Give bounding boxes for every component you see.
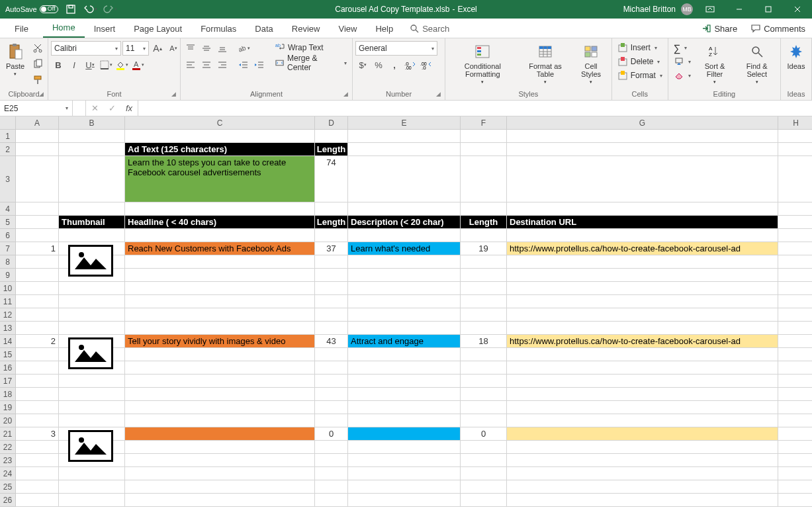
cell-H23[interactable] — [778, 454, 812, 467]
fill-color-icon[interactable]: ▾ — [114, 58, 129, 72]
maximize-icon[interactable] — [756, 0, 780, 19]
cell-G11[interactable] — [507, 295, 778, 308]
cell-F6[interactable] — [461, 229, 507, 242]
cell-G5[interactable]: Destination URL — [507, 216, 778, 229]
cell-B11[interactable] — [59, 295, 125, 308]
cell-A22[interactable] — [16, 441, 59, 454]
align-left-icon[interactable] — [183, 58, 198, 72]
cell-B19[interactable] — [59, 401, 125, 414]
cell-D4[interactable] — [315, 202, 348, 216]
cell-G14[interactable]: https://www.protellus.ca/how-to-create-f… — [507, 335, 778, 348]
cell-H8[interactable] — [778, 255, 812, 269]
row-header-18[interactable]: 18 — [0, 388, 16, 401]
ideas-button[interactable]: Ideas — [784, 41, 809, 71]
cell-D24[interactable] — [315, 467, 348, 480]
cell-A15[interactable] — [16, 348, 59, 361]
delete-cells-button[interactable]: Delete▾ — [615, 55, 665, 68]
cell-G2[interactable] — [507, 143, 778, 156]
cell-E26[interactable] — [348, 494, 461, 507]
cell-G18[interactable] — [507, 388, 778, 401]
cell-C16[interactable] — [125, 361, 315, 375]
cell-A2[interactable] — [16, 143, 59, 156]
row-header-25[interactable]: 25 — [0, 480, 16, 494]
col-header-B[interactable]: B — [59, 116, 125, 130]
cell-E1[interactable] — [348, 130, 461, 143]
cell-F9[interactable] — [461, 269, 507, 282]
cell-E14[interactable]: Attract and engage — [348, 335, 461, 348]
cell-A24[interactable] — [16, 467, 59, 480]
cell-C4[interactable] — [125, 202, 315, 216]
cell-G21[interactable] — [507, 427, 778, 441]
cell-C3[interactable]: Learn the 10 steps you can take to creat… — [125, 156, 315, 202]
cell-G13[interactable] — [507, 322, 778, 335]
row-header-20[interactable]: 20 — [0, 414, 16, 427]
cell-A16[interactable] — [16, 361, 59, 375]
cell-A20[interactable] — [16, 414, 59, 427]
col-header-D[interactable]: D — [315, 116, 348, 130]
percent-format-icon[interactable]: % — [371, 58, 386, 72]
cell-C17[interactable] — [125, 375, 315, 388]
paste-button[interactable]: Paste ▾ — [3, 41, 28, 78]
cell-H19[interactable] — [778, 401, 812, 414]
row-header-8[interactable]: 8 — [0, 255, 16, 269]
search-tab[interactable]: Search — [402, 19, 456, 38]
cell-H14[interactable] — [778, 335, 812, 348]
cell-D1[interactable] — [315, 130, 348, 143]
cell-C19[interactable] — [125, 401, 315, 414]
cell-E10[interactable] — [348, 282, 461, 295]
cell-F4[interactable] — [461, 202, 507, 216]
clear-button[interactable]: ▾ — [671, 69, 694, 82]
underline-icon[interactable]: U▾ — [83, 58, 97, 72]
accounting-format-icon[interactable]: $▾ — [355, 58, 370, 72]
cell-E7[interactable]: Learn what's needed — [348, 242, 461, 255]
cell-A18[interactable] — [16, 388, 59, 401]
autosave-toggle[interactable]: AutoSave Off — [5, 5, 58, 13]
cell-F18[interactable] — [461, 388, 507, 401]
cell-C13[interactable] — [125, 322, 315, 335]
align-middle-icon[interactable] — [199, 41, 214, 56]
cell-C2[interactable]: Ad Text (125 characters) — [125, 143, 315, 156]
cell-F25[interactable] — [461, 480, 507, 494]
cell-H12[interactable] — [778, 308, 812, 322]
row-header-17[interactable]: 17 — [0, 375, 16, 388]
cell-D5[interactable]: Length — [315, 216, 348, 229]
cell-D17[interactable] — [315, 375, 348, 388]
row-header-1[interactable]: 1 — [0, 130, 16, 143]
cell-F14[interactable]: 18 — [461, 335, 507, 348]
increase-indent-icon[interactable] — [252, 58, 267, 72]
fx-icon[interactable]: fx — [120, 101, 138, 116]
clipboard-launcher-icon[interactable]: ◢ — [39, 91, 44, 97]
cell-B18[interactable] — [59, 388, 125, 401]
merge-center-button[interactable]: Merge & Center▾ — [272, 56, 349, 69]
cell-E5[interactable]: Description (< 20 char) — [348, 216, 461, 229]
cell-D2[interactable]: Length — [315, 143, 348, 156]
cell-A21[interactable]: 3 — [16, 427, 59, 441]
cell-G12[interactable] — [507, 308, 778, 322]
tab-help[interactable]: Help — [366, 20, 402, 38]
cell-C20[interactable] — [125, 414, 315, 427]
cell-F13[interactable] — [461, 322, 507, 335]
cell-F8[interactable] — [461, 255, 507, 269]
cell-C11[interactable] — [125, 295, 315, 308]
cell-G15[interactable] — [507, 348, 778, 361]
row-header-23[interactable]: 23 — [0, 454, 16, 467]
cell-H26[interactable] — [778, 494, 812, 507]
decrease-decimal-icon[interactable]: .00.0 — [419, 58, 433, 72]
cell-E20[interactable] — [348, 414, 461, 427]
cell-F2[interactable] — [461, 143, 507, 156]
undo-icon[interactable]: ▾ — [83, 2, 98, 17]
cell-F22[interactable] — [461, 441, 507, 454]
increase-decimal-icon[interactable]: .0.00 — [403, 58, 418, 72]
cell-C6[interactable] — [125, 229, 315, 242]
avatar[interactable]: MB — [681, 3, 693, 15]
format-cells-button[interactable]: Format▾ — [615, 69, 665, 82]
cell-G10[interactable] — [507, 282, 778, 295]
cell-C14[interactable]: Tell your story vividly with images & vi… — [125, 335, 315, 348]
cell-H7[interactable] — [778, 242, 812, 255]
cell-E25[interactable] — [348, 480, 461, 494]
cell-G26[interactable] — [507, 494, 778, 507]
cell-C7[interactable]: Reach New Customers with Facebook Ads — [125, 242, 315, 255]
cell-C8[interactable] — [125, 255, 315, 269]
decrease-font-icon[interactable]: A▾ — [166, 41, 181, 56]
cell-C18[interactable] — [125, 388, 315, 401]
